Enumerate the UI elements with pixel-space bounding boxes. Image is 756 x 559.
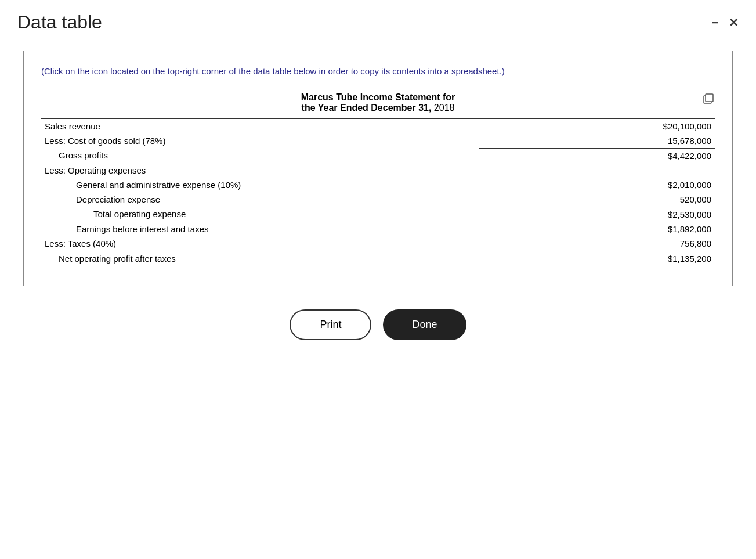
table-row: Less: Cost of goods sold (78%) 15,678,00… <box>41 134 715 149</box>
table-row: Less: Operating expenses <box>41 163 715 178</box>
statement-title-year: 2018 <box>434 103 455 113</box>
window-controls: − ✕ <box>711 17 739 28</box>
row-label: Depreciation expense <box>41 192 479 207</box>
instruction-text: (Click on the icon located on the top-ri… <box>41 65 715 78</box>
print-button[interactable]: Print <box>290 309 371 340</box>
row-value: 756,800 <box>479 236 715 251</box>
table-row: Sales revenue $20,100,000 <box>41 118 715 134</box>
row-label: General and administrative expense (10%) <box>41 178 479 192</box>
row-value <box>479 163 715 178</box>
table-row: Depreciation expense 520,000 <box>41 192 715 207</box>
minimize-button[interactable]: − <box>711 17 718 28</box>
row-value: $4,422,000 <box>479 148 715 163</box>
title-bar: Data table − ✕ <box>0 0 756 39</box>
row-label: Gross profits <box>41 148 479 163</box>
row-label: Net operating profit after taxes <box>41 251 479 267</box>
row-value: $2,010,000 <box>479 178 715 192</box>
statement-header: Marcus Tube Income Statement for the Yea… <box>41 92 715 113</box>
row-label: Less: Taxes (40%) <box>41 236 479 251</box>
row-label: Less: Cost of goods sold (78%) <box>41 134 479 149</box>
row-value: $1,892,000 <box>479 222 715 236</box>
data-table-box: (Click on the icon located on the top-ri… <box>23 51 733 286</box>
svg-rect-1 <box>706 94 713 102</box>
row-label: Less: Operating expenses <box>41 163 479 178</box>
table-row: Gross profits $4,422,000 <box>41 148 715 163</box>
table-row: Net operating profit after taxes $1,135,… <box>41 251 715 267</box>
table-row: Less: Taxes (40%) 756,800 <box>41 236 715 251</box>
table-row: Earnings before interest and taxes $1,89… <box>41 222 715 236</box>
content-area: (Click on the icon located on the top-ri… <box>0 39 756 352</box>
income-statement: Marcus Tube Income Statement for the Yea… <box>41 92 715 268</box>
row-value: $2,530,000 <box>479 207 715 222</box>
copy-icon[interactable] <box>702 92 715 108</box>
row-label: Total operating expense <box>41 207 479 222</box>
row-value: 520,000 <box>479 192 715 207</box>
buttons-row: Print Done <box>23 309 733 340</box>
statement-table: Sales revenue $20,100,000 Less: Cost of … <box>41 118 715 268</box>
done-button[interactable]: Done <box>383 309 466 340</box>
row-value: $1,135,200 <box>479 251 715 267</box>
row-label: Earnings before interest and taxes <box>41 222 479 236</box>
close-button[interactable]: ✕ <box>729 17 739 28</box>
row-value: $20,100,000 <box>479 118 715 134</box>
row-value: 15,678,000 <box>479 134 715 149</box>
table-row: General and administrative expense (10%)… <box>41 178 715 192</box>
statement-title-part2: the Year Ended December 31, <box>302 103 432 113</box>
table-row: Total operating expense $2,530,000 <box>41 207 715 222</box>
page-title: Data table <box>17 12 102 33</box>
statement-title-part1: Marcus Tube Income Statement for <box>301 92 455 102</box>
row-label: Sales revenue <box>41 118 479 134</box>
